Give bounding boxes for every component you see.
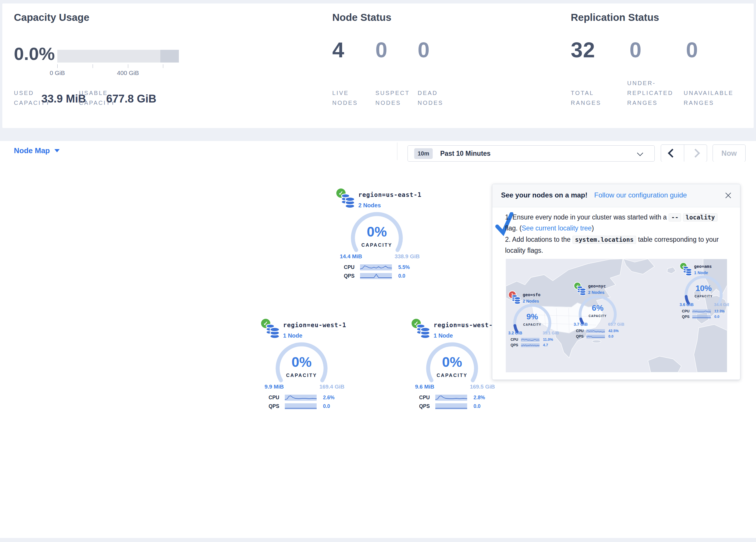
capacity-word: CAPACITY xyxy=(347,242,406,248)
database-stack-icon xyxy=(577,286,586,296)
cpu-metric-row: CPU 42.5% xyxy=(576,329,619,333)
node-count-label: 1 Node xyxy=(283,333,302,339)
qps-metric-row: QPS 0.0 xyxy=(682,315,719,319)
database-stack-icon xyxy=(511,294,521,305)
database-stack-icon xyxy=(340,193,355,209)
database-stack-icon xyxy=(682,266,692,276)
view-selector-dropdown[interactable]: Node Map xyxy=(14,146,60,155)
cpu-sparkline xyxy=(435,395,467,401)
dead-nodes-value: 0 xyxy=(418,38,430,62)
capacity-range-row: 3.6 GiB 34.4 GiB xyxy=(680,302,729,307)
locality-label: region=us-west-1 xyxy=(434,322,497,329)
database-stack-icon xyxy=(265,324,280,339)
unavailable-ranges-value: 0 xyxy=(686,38,698,62)
qps-value: 0.0 xyxy=(474,403,480,409)
capacity-range-row: 9.9 MiB 169.4 GiB xyxy=(265,384,344,390)
qps-value: 0.0 xyxy=(323,403,330,409)
close-icon[interactable] xyxy=(724,192,732,199)
node-count-label: 2 Nodes xyxy=(358,202,381,209)
used-value: 9.9 MiB xyxy=(265,384,284,390)
cpu-metric-row: CPU 12.3% xyxy=(682,309,724,313)
cpu-metric-row: CPU 5.5% xyxy=(344,264,410,270)
locality-label: geo=nyc xyxy=(588,284,606,289)
view-selector-label: Node Map xyxy=(14,146,50,155)
capacity-usage-percent: 0.0% xyxy=(14,43,55,64)
capacity-bar-reserved-segment xyxy=(160,50,179,63)
capacity-word: CAPACITY xyxy=(423,373,482,378)
cpu-sparkline xyxy=(586,329,605,333)
locality-label: region=eu-west-1 xyxy=(283,322,346,329)
time-range-badge: 10m xyxy=(414,148,433,159)
capacity-word: CAPACITY xyxy=(682,295,725,298)
under-replicated-ranges-value: 0 xyxy=(630,38,642,62)
toolbar-divider xyxy=(397,142,397,160)
chevron-down-icon xyxy=(54,149,60,152)
qps-sparkline xyxy=(586,335,605,339)
locality-label: geo=sfo xyxy=(523,293,540,297)
capacity-percent: 0% xyxy=(347,224,406,240)
capacity-usage-bar xyxy=(57,50,179,63)
used-value: 14.4 MiB xyxy=(340,253,362,260)
capacity-percent: 0% xyxy=(272,354,331,370)
node-count-label: 2 Nodes xyxy=(588,290,604,295)
qps-sparkline xyxy=(360,273,392,279)
qps-sparkline xyxy=(435,403,467,409)
chevron-down-icon xyxy=(637,150,643,156)
total-ranges-label: TOTALRANGES xyxy=(571,88,601,108)
capacity-range-row: 3.7 GiB 65.7 GiB xyxy=(574,322,624,327)
qps-metric-row: QPS 0.0 xyxy=(344,273,405,279)
dead-nodes-label: DEADNODES xyxy=(418,88,443,108)
cpu-sparkline xyxy=(692,310,711,313)
time-step-group xyxy=(661,144,707,162)
summary-stats-band: Capacity Usage 0.0% 0 GiB 400 GiB USEDCA… xyxy=(2,3,754,128)
code-system-locations: system.locations xyxy=(572,236,636,244)
unavailable-ranges-label: UNAVAILABLERANGES xyxy=(684,88,733,108)
time-range-select[interactable]: 10m Past 10 Minutes xyxy=(408,145,655,161)
now-button[interactable]: Now xyxy=(713,144,746,162)
cpu-sparkline xyxy=(360,264,392,270)
live-nodes-label: LIVENODES xyxy=(332,88,358,108)
capacity-word: CAPACITY xyxy=(272,373,331,378)
nodes-on-map-popup: See your nodes on a map! Follow our conf… xyxy=(492,184,740,380)
cpu-value: 2.6% xyxy=(323,395,335,401)
cpu-value: 2.8% xyxy=(474,395,485,401)
time-step-back-button[interactable] xyxy=(661,145,684,161)
qps-sparkline xyxy=(285,403,317,409)
cpu-sparkline xyxy=(521,338,540,342)
view-toolbar: Node Map Cluster 10m Past 10 Minutes Now xyxy=(0,141,756,162)
capacity-percent: 6% xyxy=(576,304,619,313)
locality-tree-link[interactable]: See current locality tree xyxy=(522,224,592,232)
qps-metric-row: QPS 0.0 xyxy=(269,403,330,409)
suspect-nodes-value: 0 xyxy=(375,38,388,62)
usable-capacity-value: 677.8 GiB xyxy=(106,93,156,105)
cpu-metric-row: CPU 2.6% xyxy=(269,395,335,401)
qps-value: 0.0 xyxy=(398,273,405,279)
cpu-metric-row: CPU 11.0% xyxy=(511,338,553,342)
popup-header: See your nodes on a map! Follow our conf… xyxy=(492,184,740,207)
popup-title: See your nodes on a map! xyxy=(501,191,588,199)
chevron-left-icon xyxy=(668,148,677,157)
chevron-right-icon xyxy=(691,148,700,157)
usable-value: 338.9 GiB xyxy=(394,253,420,260)
popup-steps: 1. Ensure every node in your cluster was… xyxy=(505,212,730,256)
capacity-range-row: 3.2 GiB 35.1 GiB xyxy=(508,331,559,335)
capacity-percent: 0% xyxy=(423,354,482,370)
capacity-axis-tick-0: 0 GiB xyxy=(50,69,65,76)
under-replicated-ranges-label: UNDER-REPLICATEDRANGES xyxy=(627,78,673,108)
cpu-value: 5.5% xyxy=(398,264,410,270)
capacity-usage-title: Capacity Usage xyxy=(14,12,89,23)
time-step-forward-button[interactable] xyxy=(684,145,707,161)
usable-value: 169.5 GiB xyxy=(470,384,495,390)
map-preview: 1 geo=sfo 2 Nodes 9% CAPACITY 3.2 xyxy=(504,259,729,372)
suspect-nodes-label: SUSPECTNODES xyxy=(375,88,410,108)
cpu-metric-row: CPU 2.8% xyxy=(419,395,485,401)
configuration-guide-link[interactable]: Follow our configuration guide xyxy=(594,191,687,199)
qps-metric-row: QPS 4.7 xyxy=(511,343,548,347)
qps-sparkline xyxy=(521,344,540,347)
capacity-range-row: 9.6 MiB 169.5 GiB xyxy=(415,384,495,390)
replication-status-title: Replication Status xyxy=(571,12,659,23)
used-value: 9.6 MiB xyxy=(415,384,434,390)
capacity-word: CAPACITY xyxy=(576,315,619,318)
code-locality-flag: locality xyxy=(683,213,718,221)
node-count-label: 2 Nodes xyxy=(523,299,539,304)
